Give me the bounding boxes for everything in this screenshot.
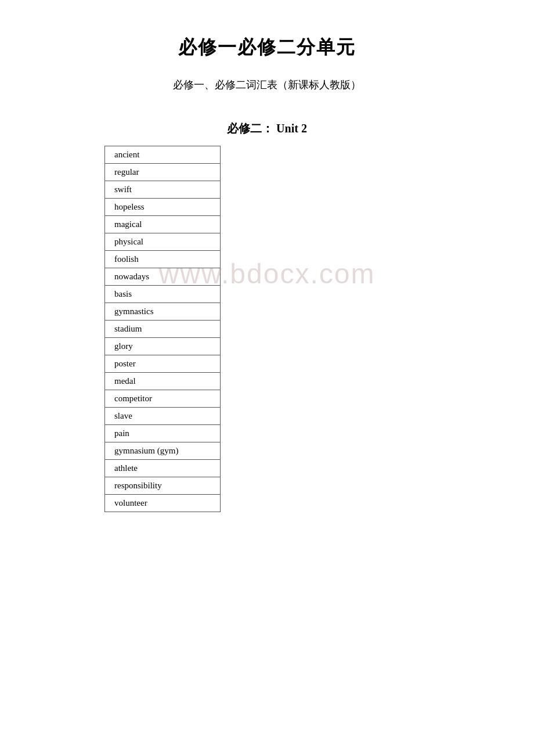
word-cell: swift <box>105 181 221 199</box>
table-row: hopeless <box>105 199 221 216</box>
word-cell: pain <box>105 425 221 442</box>
word-cell: gymnastics <box>105 303 221 321</box>
table-row: pain <box>105 425 221 442</box>
table-row: responsibility <box>105 477 221 495</box>
table-row: nowadays <box>105 268 221 286</box>
table-row: swift <box>105 181 221 199</box>
table-row: basis <box>105 286 221 303</box>
table-row: poster <box>105 355 221 373</box>
table-row: foolish <box>105 251 221 268</box>
word-cell: athlete <box>105 460 221 477</box>
word-cell: medal <box>105 373 221 390</box>
table-row: glory <box>105 338 221 355</box>
word-cell: nowadays <box>105 268 221 286</box>
word-cell: ancient <box>105 146 221 164</box>
table-row: magical <box>105 216 221 233</box>
word-cell: magical <box>105 216 221 233</box>
table-row: stadium <box>105 321 221 338</box>
table-row: medal <box>105 373 221 390</box>
table-row: competitor <box>105 390 221 408</box>
word-cell: hopeless <box>105 199 221 216</box>
word-cell: gymnasium (gym) <box>105 442 221 460</box>
word-cell: slave <box>105 408 221 425</box>
word-cell: foolish <box>105 251 221 268</box>
unit-section: 必修二： Unit 2 ancientregularswifthopelessm… <box>23 121 511 512</box>
unit-title: 必修二： Unit 2 <box>227 121 307 136</box>
word-cell: stadium <box>105 321 221 338</box>
table-row: gymnastics <box>105 303 221 321</box>
word-cell: physical <box>105 233 221 251</box>
page-wrapper: www.bdocx.com 必修一必修二分单元 必修一、必修二词汇表（新课标人教… <box>23 35 511 512</box>
table-row: regular <box>105 164 221 181</box>
table-row: gymnasium (gym) <box>105 442 221 460</box>
subtitle: 必修一、必修二词汇表（新课标人教版） <box>173 78 361 92</box>
word-cell: poster <box>105 355 221 373</box>
table-row: physical <box>105 233 221 251</box>
table-row: athlete <box>105 460 221 477</box>
table-row: ancient <box>105 146 221 164</box>
table-wrapper: ancientregularswifthopelessmagicalphysic… <box>23 146 511 512</box>
table-row: slave <box>105 408 221 425</box>
main-title: 必修一必修二分单元 <box>178 35 356 60</box>
word-table: ancientregularswifthopelessmagicalphysic… <box>104 146 221 512</box>
word-cell: regular <box>105 164 221 181</box>
word-cell: volunteer <box>105 495 221 512</box>
word-cell: basis <box>105 286 221 303</box>
word-cell: glory <box>105 338 221 355</box>
word-cell: competitor <box>105 390 221 408</box>
content-area: 必修二： Unit 2 ancientregularswifthopelessm… <box>23 121 511 512</box>
word-cell: responsibility <box>105 477 221 495</box>
table-row: volunteer <box>105 495 221 512</box>
